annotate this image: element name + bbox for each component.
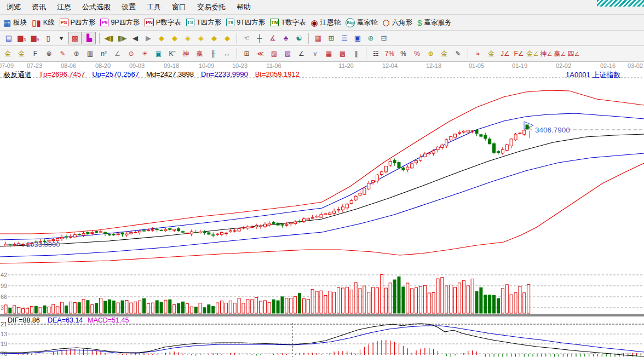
gold-level-icon[interactable]: 金 [438, 48, 451, 59]
span-arrows-tool-icon[interactable]: ↔ [221, 48, 233, 59]
square-n2-tool-icon[interactable]: n² [97, 48, 110, 59]
gann-clock-tool-icon[interactable]: ⊕ [70, 48, 83, 59]
ying-ruler-tool-icon[interactable]: 赢 [193, 48, 206, 59]
candle-style-icon[interactable]: ▯ [42, 32, 54, 44]
k-mark-tool-icon[interactable]: K” [166, 48, 179, 59]
grid-red2-tool-icon[interactable]: ▩ [336, 48, 349, 59]
gold-angle-icon[interactable]: 金∠ [526, 48, 539, 59]
grid-red-tool-icon[interactable]: ▦ [323, 48, 335, 59]
diamond-hexpand-icon[interactable]: ◈ [195, 32, 207, 44]
diamond-expand-icon[interactable]: ◆ [221, 32, 233, 44]
hand-tool-icon[interactable]: ☜ [240, 32, 252, 44]
percent-line-icon[interactable]: 7% [383, 48, 396, 59]
f-angle-icon[interactable]: F∠ [513, 48, 525, 59]
menu-item-4[interactable]: 设置 [116, 2, 141, 12]
zigzag-tool-icon[interactable]: ∨ [309, 48, 321, 59]
gold-divider-tool-icon[interactable]: 金 [2, 48, 14, 59]
prev-page-icon[interactable]: ◀ [129, 32, 141, 44]
menu-item-5[interactable]: 工具 [141, 2, 166, 12]
pen-mark-icon[interactable]: ✎ [452, 48, 464, 59]
jifan-channel-button[interactable]: ▩ [68, 32, 82, 44]
scale-table-icon[interactable]: ☷ [370, 48, 382, 59]
brush-tool-icon[interactable]: ✎ [56, 48, 69, 59]
spiral-tool-icon[interactable]: ⊚ [43, 48, 55, 59]
j-angle-icon[interactable]: J∠ [499, 48, 511, 59]
kline-button[interactable]: ▯▮K线 [32, 18, 54, 27]
hexagon-button[interactable]: ⬡六角形 [383, 18, 413, 27]
9p-square-button[interactable]: P99P四方形 [100, 18, 140, 27]
diamond-hshrink-icon[interactable]: ◈ [182, 32, 194, 44]
color-volume-button[interactable]: ▙ [83, 32, 96, 44]
fan-box-tool-icon[interactable]: ▨ [268, 48, 280, 59]
svg-text:21: 21 [1, 321, 7, 327]
menu-item-2[interactable]: 江恩 [51, 2, 77, 12]
indicator-value: Tp=2696.7457 [39, 70, 85, 80]
shen-angle-icon[interactable]: 神∠ [540, 48, 553, 59]
angle-tool-icon[interactable]: ∡ [267, 32, 279, 44]
chart-canvas[interactable]: 429966333406.79002033.0000DIF=88.86DEA=6… [0, 69, 644, 357]
si-angle-icon[interactable]: 四∠ [567, 48, 580, 59]
dropdown-arrow-icon[interactable]: ▾ [55, 32, 67, 44]
star-burst-tool-icon[interactable]: ☀ [139, 48, 151, 59]
ruler-123-tool-icon[interactable]: ╫ [207, 48, 220, 59]
diamond-left-icon[interactable]: ◆ [156, 32, 168, 44]
gold-box-icon[interactable]: 金 [485, 48, 498, 59]
ticker-label: 1A0001 上证指数 [566, 70, 620, 80]
notes-icon[interactable]: ☰ [338, 32, 350, 44]
fan-box2-tool-icon[interactable]: ▧ [281, 48, 294, 59]
order-icon[interactable]: ⊟ [378, 32, 390, 44]
fan-lines-tool-icon[interactable]: ≪ [254, 48, 267, 59]
ying-angle-icon[interactable]: 赢∠ [554, 48, 566, 59]
p-table-button[interactable]: PNP数字表 [145, 18, 181, 27]
winner-service-button[interactable]: $赢家服务 [417, 18, 451, 27]
indicator-name: 极反通道 [3, 70, 32, 80]
menu-item-0[interactable]: 浏览 [1, 2, 26, 12]
kline-period-9-icon[interactable]: ▆₉ [29, 32, 41, 44]
gann-box-tool-icon[interactable]: ⊞ [240, 48, 253, 59]
menu-item-8[interactable]: 帮助 [231, 2, 256, 12]
gold-divider2-tool-icon[interactable]: 金 [15, 48, 28, 59]
calculator-icon[interactable]: ⊞ [325, 32, 337, 44]
winner-service-icon: $ [417, 19, 422, 27]
fibonacci-tool-icon[interactable]: F [29, 48, 42, 59]
toolbar-separator [308, 33, 309, 44]
sector-button[interactable]: ▦板块 [3, 18, 27, 27]
shen-ruler-tool-icon[interactable]: 神 [180, 48, 192, 59]
p-square-button[interactable]: PSP四方形 [60, 18, 96, 27]
export-icon[interactable]: ⊕ [365, 32, 377, 44]
grid-box-tool-icon[interactable]: ▣ [152, 48, 165, 59]
t-square-button[interactable]: TST四方形 [186, 18, 222, 27]
gann-wheel-button[interactable]: ◉江恩轮 [311, 18, 341, 27]
diamond-right-icon[interactable]: ◆ [169, 32, 181, 44]
parallel-lines-tool-icon[interactable]: ∥ [350, 48, 363, 59]
winner-wheel-button-label: 赢家轮 [357, 18, 378, 27]
mirror-angle-tool-icon[interactable]: ∠ [111, 48, 124, 59]
kline-period-3-icon[interactable]: ▆₃ [16, 32, 28, 44]
menu-item-1[interactable]: 资讯 [26, 2, 51, 12]
report-icon[interactable]: ▤ [3, 32, 15, 44]
percent-icon[interactable]: % [397, 48, 410, 59]
save-icon[interactable]: ▣ [352, 32, 364, 44]
first-page-icon[interactable]: ◀▮ [103, 32, 115, 44]
angle-lines-tool-icon[interactable]: ∠ [295, 48, 308, 59]
calendar-icon[interactable]: ▦ [312, 32, 324, 44]
wave-icon[interactable]: ≈ [472, 48, 484, 59]
winner-wheel-button[interactable]: Big赢家轮 [346, 18, 378, 27]
cycle-tool-icon[interactable]: ☯ [293, 32, 305, 44]
svg-text:42: 42 [1, 272, 7, 278]
crosshair-tool-icon[interactable]: ┼ [254, 32, 266, 44]
gold-circle-icon[interactable]: ⊕ [424, 48, 437, 59]
ruler-tool-icon[interactable]: ▥ [84, 48, 96, 59]
9t-square-button[interactable]: T99T四方形 [226, 18, 265, 27]
last-page-icon[interactable]: ▮▶ [116, 32, 128, 44]
menu-item-7[interactable]: 交易委托 [192, 2, 231, 12]
next-page-icon[interactable]: ▶ [142, 32, 154, 44]
gann-tool-icon[interactable]: ♣ [280, 32, 292, 44]
diamond-compress-icon[interactable]: ◆ [208, 32, 220, 44]
t-table-button[interactable]: TNT数字表 [270, 18, 306, 27]
percent-level-icon[interactable]: % [411, 48, 423, 59]
svg-text:19: 19 [1, 341, 7, 347]
circle-target-tool-icon[interactable]: ⊙ [125, 48, 137, 59]
menu-item-3[interactable]: 公式选股 [77, 2, 116, 12]
menu-item-6[interactable]: 窗口 [166, 2, 192, 12]
